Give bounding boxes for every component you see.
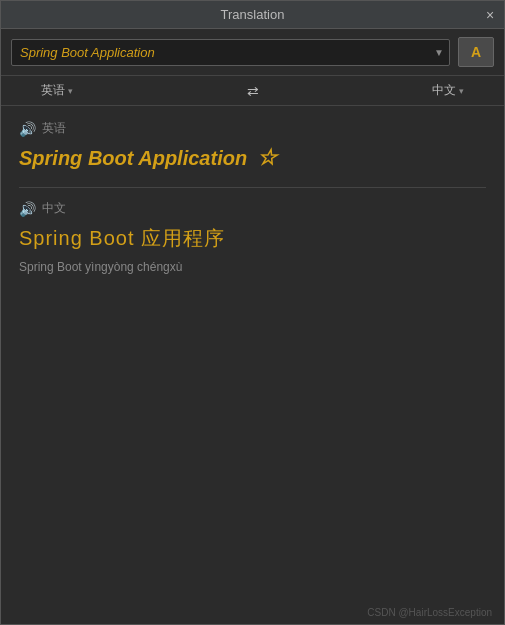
target-lang-selector[interactable]: 中文 ▾ — [432, 82, 464, 99]
target-lang-label: 中文 — [432, 82, 456, 99]
divider — [19, 187, 486, 188]
favorite-star-icon[interactable]: ☆ — [257, 145, 277, 171]
source-lang-arrow: ▾ — [68, 86, 73, 96]
target-speaker-icon[interactable]: 🔊 — [19, 201, 36, 217]
target-lang-arrow: ▾ — [459, 86, 464, 96]
pinyin-text: Spring Boot yìngyòng chéngxù — [19, 260, 486, 274]
window-title: Translation — [221, 7, 285, 22]
target-lang-text: 中文 — [42, 200, 66, 217]
translation-window: Translation × ▼ A 英语 ▾ ⇄ 中文 ▾ 🔊 — [0, 0, 505, 625]
input-wrapper: ▼ — [11, 39, 450, 66]
translate-button[interactable]: A — [458, 37, 494, 67]
source-text-block: Spring Boot Application ☆ — [19, 145, 486, 171]
source-lang-selector[interactable]: 英语 ▾ — [41, 82, 73, 99]
toolbar: ▼ A — [1, 29, 504, 75]
source-lang-text: 英语 — [42, 120, 66, 137]
target-section-label: 🔊 中文 — [19, 200, 486, 217]
source-lang-label: 英语 — [41, 82, 65, 99]
translated-text: Spring Boot 应用程序 — [19, 225, 486, 252]
search-input[interactable] — [11, 39, 450, 66]
close-icon: × — [486, 7, 494, 23]
translate-icon: A — [471, 44, 481, 60]
title-bar: Translation × — [1, 1, 504, 29]
swap-languages-button[interactable]: ⇄ — [247, 83, 259, 99]
footer-watermark: CSDN @HairLossException — [367, 607, 492, 618]
swap-icon: ⇄ — [247, 83, 259, 99]
language-bar: 英语 ▾ ⇄ 中文 ▾ — [1, 75, 504, 106]
source-speaker-icon[interactable]: 🔊 — [19, 121, 36, 137]
content-area: 🔊 英语 Spring Boot Application ☆ 🔊 中文 Spri… — [1, 106, 504, 624]
source-text: Spring Boot Application — [19, 147, 247, 170]
source-section-label: 🔊 英语 — [19, 120, 486, 137]
close-button[interactable]: × — [476, 1, 504, 29]
